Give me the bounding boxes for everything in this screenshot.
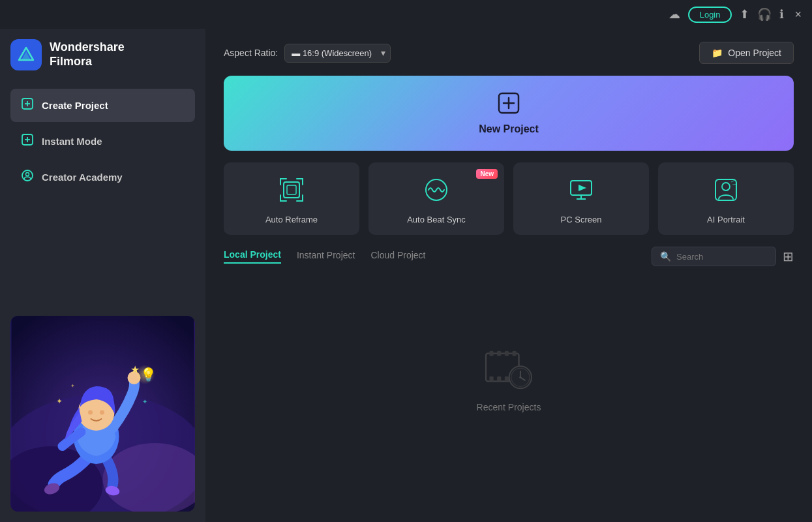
svg-rect-47 [497,376,501,382]
search-icon: 🔍 [660,251,671,262]
search-box[interactable]: 🔍 [652,247,776,266]
feature-card-pc-screen[interactable]: PC Screen [513,162,649,235]
new-project-label: New Project [479,123,539,135]
search-input[interactable] [676,252,768,262]
creator-academy-label: Creator Academy [42,172,123,183]
headphone-icon[interactable]: 🎧 [757,7,772,22]
top-bar: Aspect Ratio: ▬ 16:9 (Widescreen) ▬ 9:16… [224,42,794,64]
aspect-ratio-area: Aspect Ratio: ▬ 16:9 (Widescreen) ▬ 9:16… [224,44,391,63]
instant-mode-label: Instant Mode [42,136,102,147]
svg-point-21 [100,410,104,415]
feature-card-auto-reframe[interactable]: Auto Reframe [224,162,359,235]
svg-point-38 [722,183,730,191]
create-project-label: Create Project [42,100,108,111]
aspect-ratio-select-wrapper[interactable]: ▬ 16:9 (Widescreen) ▬ 9:16 (Portrait) ▬ … [284,44,391,63]
tabs-left: Local Project Instant Project Cloud Proj… [224,249,425,264]
svg-rect-45 [512,351,516,356]
content-area: Aspect Ratio: ▬ 16:9 (Widescreen) ▬ 9:16… [205,29,812,522]
close-button[interactable]: × [794,8,802,22]
feature-card-ai-portrait[interactable]: AI Portrait [658,162,794,235]
svg-line-39 [731,180,735,182]
svg-rect-43 [497,351,501,356]
main-layout: Wondershare Filmora Create Project [0,29,812,522]
aspect-ratio-select[interactable]: ▬ 16:9 (Widescreen) ▬ 9:16 (Portrait) ▬ … [284,44,391,63]
auto-reframe-icon [278,177,305,208]
empty-state: Recent Projects [224,275,794,509]
auto-beat-sync-icon [423,177,449,208]
upload-icon[interactable]: ⬆ [740,7,749,22]
svg-rect-42 [489,351,493,356]
creator-academy-icon [21,169,34,185]
open-project-label: Open Project [728,48,781,58]
svg-text:✦: ✦ [142,398,147,405]
tab-local-project[interactable]: Local Project [224,249,281,264]
tab-cloud-project[interactable]: Cloud Project [370,250,425,263]
ai-portrait-label: AI Portrait [707,215,745,224]
svg-text:✦: ✦ [70,383,75,389]
pc-screen-label: PC Screen [561,215,602,224]
open-project-button[interactable]: 📁 Open Project [699,42,794,64]
new-badge: New [476,169,498,179]
new-project-icon [497,91,520,118]
pc-screen-icon [568,177,594,208]
svg-rect-31 [287,185,296,194]
feature-card-auto-beat-sync[interactable]: New Auto Beat Sync [368,162,504,235]
sidebar-illustration: ★ 💡 ✦ ✦ [10,316,195,512]
svg-rect-30 [284,182,299,198]
instant-mode-icon [21,133,34,149]
project-section: Local Project Instant Project Cloud Proj… [224,247,794,509]
title-bar: ☁ Login ⬆ 🎧 ℹ × [0,0,812,29]
ai-portrait-icon [713,177,739,208]
svg-marker-34 [579,185,586,191]
tab-instant-project[interactable]: Instant Project [297,250,355,263]
empty-state-label: Recent Projects [477,402,541,412]
svg-point-9 [26,173,29,176]
auto-beat-sync-label: Auto Beat Sync [407,215,466,224]
grid-view-button[interactable]: ⊞ [783,249,794,264]
new-project-banner[interactable]: New Project [224,76,794,151]
info-icon[interactable]: ℹ [779,7,784,22]
sidebar-item-creator-academy[interactable]: Creator Academy [10,161,195,194]
svg-point-54 [519,376,521,378]
auto-reframe-label: Auto Reframe [265,215,318,224]
svg-point-20 [88,410,93,415]
svg-text:✦: ✦ [56,397,63,406]
svg-rect-44 [505,351,509,356]
svg-rect-48 [505,376,509,382]
create-project-icon [21,97,34,114]
tabs-right: 🔍 ⊞ [652,247,794,266]
logo-text: Wondershare Filmora [50,40,125,69]
folder-icon: 📁 [712,48,723,58]
cloud-icon[interactable]: ☁ [669,7,680,22]
sidebar-item-instant-mode[interactable]: Instant Mode [10,125,195,158]
sidebar-item-create-project[interactable]: Create Project [10,89,195,122]
aspect-ratio-label: Aspect Ratio: [224,48,278,58]
svg-rect-46 [489,376,493,382]
feature-cards: Auto Reframe New Auto Beat Sync [224,162,794,235]
svg-text:💡: 💡 [140,367,157,382]
login-button[interactable]: Login [688,7,732,23]
logo-area: Wondershare Filmora [10,39,195,70]
sidebar: Wondershare Filmora Create Project [0,29,205,522]
tabs-bar: Local Project Instant Project Cloud Proj… [224,247,794,266]
logo-icon [10,39,42,70]
